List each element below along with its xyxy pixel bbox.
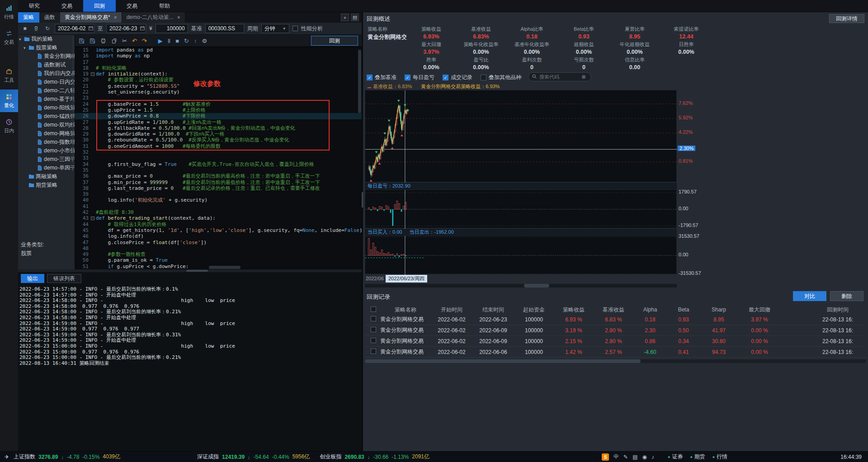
rail-item-交易[interactable]: 交易 — [0, 26, 18, 49]
tree-item[interactable]: 黄金分割网格 — [18, 52, 75, 61]
period-select[interactable]: 分钟 ▼ — [261, 24, 289, 33]
settings-gear-icon[interactable]: ⚙ — [202, 38, 207, 44]
code-editor[interactable]: 15import pandas as pd16import numpy as n… — [75, 47, 362, 269]
row-checkbox[interactable] — [367, 338, 380, 344]
step-icon[interactable]: ↑ — [194, 38, 197, 44]
left-tab-策略[interactable]: 策略 — [18, 12, 39, 23]
redo-icon[interactable]: ↷ — [142, 38, 147, 44]
refresh-icon[interactable]: ↻ — [43, 24, 52, 33]
stop-icon[interactable]: ■ — [175, 38, 179, 44]
output-tab-错误列表[interactable]: 错误列表 — [47, 274, 81, 283]
sound-icon[interactable]: ♪ — [651, 454, 654, 460]
keyboard-icon[interactable]: ▤ — [632, 454, 637, 460]
clear-search-icon[interactable]: ⊗ — [581, 74, 586, 80]
checkbox-每日盈亏[interactable]: ✓每日盈亏 — [405, 74, 434, 81]
trash-icon[interactable] — [32, 24, 40, 33]
restart-icon[interactable]: ↻ — [184, 38, 189, 44]
benchmark-input[interactable]: 000300.SS — [205, 24, 244, 33]
compare-button[interactable]: 对比 — [793, 291, 826, 301]
fold-marker-icon[interactable]: − — [90, 71, 95, 77]
select-all-checkbox[interactable] — [367, 306, 380, 313]
search-input[interactable] — [539, 74, 579, 80]
tree-item[interactable]: demo-二八轮 — [18, 86, 75, 95]
close-icon[interactable]: × — [114, 14, 117, 21]
menu-item-帮助[interactable]: 帮助 — [148, 0, 181, 12]
checkbox-叠加基准[interactable]: ✓叠加基准 — [367, 74, 396, 81]
fold-marker-icon[interactable]: − — [90, 215, 95, 221]
chinese-mode-icon[interactable]: 中 — [613, 453, 619, 461]
delete-button[interactable]: 删除 — [830, 291, 863, 301]
undo-icon[interactable]: ↶ — [132, 38, 137, 44]
close-icon[interactable]: × — [177, 14, 180, 21]
record-icon[interactable]: ◉ — [642, 454, 646, 460]
tree-item[interactable]: demo-网格策 — [18, 129, 75, 138]
tree-root[interactable]: ▾我的策略 — [18, 35, 75, 43]
table-row[interactable]: 黄金分割网格交易2022-06-022022-06-061000001.42 %… — [365, 347, 866, 358]
editor-tab[interactable]: 黄金分割网格交易*× — [60, 12, 122, 23]
tree-item[interactable]: demo-双均线 — [18, 121, 75, 129]
calendar-icon[interactable] — [140, 25, 145, 32]
date-to-input[interactable]: 2022-06-23 — [106, 24, 146, 33]
tree-item[interactable]: demo-日内交 — [18, 78, 75, 86]
expand-arrow-icon[interactable]: ▾ — [19, 37, 23, 42]
tab-list-button[interactable]: ▤ — [351, 14, 359, 21]
table-row[interactable]: 黄金分割网格交易2022-06-022022-06-091000002.15 %… — [365, 336, 866, 347]
left-tab-函数[interactable]: 函数 — [39, 12, 61, 23]
output-tab-输出[interactable]: 输出 — [21, 274, 44, 283]
daily-pnl-chart[interactable] — [365, 189, 677, 228]
calendar-icon[interactable] — [88, 25, 94, 32]
rail-item-日内[interactable]: 日内 — [0, 115, 18, 137]
row-checkbox[interactable] — [367, 349, 380, 355]
checkbox-成交记录[interactable]: ✓成交记录 — [443, 74, 472, 81]
tree-scrollbar[interactable] — [72, 36, 74, 171]
return-chart[interactable] — [365, 90, 677, 182]
row-checkbox[interactable] — [367, 316, 380, 323]
menu-item-交易[interactable]: 交易 — [116, 0, 148, 12]
rail-item-量化[interactable]: 量化 — [0, 90, 18, 112]
table-row[interactable]: 黄金分割网格交易2022-06-022022-06-231000006.93 %… — [365, 314, 866, 325]
chart-scrollbar[interactable] — [365, 284, 677, 288]
run-backtest-button[interactable]: 回测 — [311, 36, 358, 46]
symbol-search[interactable]: ⊗ — [528, 72, 591, 81]
save-all-icon[interactable] — [90, 38, 95, 44]
tree-item[interactable]: demo-猛跌弹 — [18, 112, 75, 121]
rail-item-行情[interactable]: 行情 — [0, 1, 18, 24]
tree-item[interactable]: demo-小市值 — [18, 146, 75, 155]
table-row[interactable]: 黄金分割网格交易2022-06-022022-06-091000003.19 %… — [365, 325, 866, 336]
checkbox-叠加其他品种[interactable]: 叠加其他品种 — [481, 74, 521, 81]
menu-item-研究[interactable]: 研究 — [18, 0, 51, 12]
tree-item[interactable]: demo-基于均 — [18, 95, 75, 104]
capital-input[interactable]: 100000 — [156, 24, 188, 33]
editor-tab[interactable]: demo-二八轮动策...× — [122, 12, 185, 23]
expand-arrow-icon[interactable]: ▾ — [24, 46, 27, 50]
daily-trade-chart[interactable] — [365, 236, 677, 274]
date-from-input[interactable]: 2022-06-02 — [55, 24, 94, 33]
records-table-scrollbar[interactable] — [365, 359, 866, 363]
tree-group-期货策略[interactable]: 期货策略 — [18, 181, 75, 189]
tree-item[interactable]: 函数测试 — [18, 61, 75, 69]
cut-icon[interactable]: ✂ — [122, 38, 127, 44]
tree-item[interactable]: demo-指数增 — [18, 138, 75, 146]
save-icon[interactable] — [79, 38, 85, 44]
editor-hscrollbar[interactable] — [96, 266, 358, 269]
pause-icon[interactable]: Ⅱ — [168, 38, 170, 44]
tree-group-股票策略[interactable]: ▾股票策略 — [18, 43, 75, 52]
backtest-detail-button[interactable]: 回测详情 — [829, 14, 864, 23]
new-tab-button[interactable]: + — [341, 14, 349, 21]
tree-item[interactable]: 我的日内交易 — [18, 69, 75, 78]
menu-item-回测[interactable]: 回测 — [83, 0, 116, 12]
copy-icon[interactable] — [111, 38, 117, 44]
pen-icon[interactable]: ✎ — [623, 454, 628, 460]
tree-group-两融策略[interactable]: 两融策略 — [18, 172, 75, 181]
perf-checkbox[interactable] — [292, 26, 298, 31]
print-icon[interactable] — [100, 38, 106, 44]
tree-item[interactable]: demo-单因子 — [18, 164, 75, 172]
sogou-input-icon[interactable]: S — [602, 453, 609, 461]
run-icon[interactable]: ▶ — [158, 38, 163, 44]
tree-item[interactable]: demo-阳线策 — [18, 104, 75, 112]
tree-item[interactable]: demo-三因子 — [18, 155, 75, 164]
rail-item-工具[interactable]: 工具 — [0, 64, 18, 87]
row-checkbox[interactable] — [367, 327, 380, 334]
editor-vscrollbar[interactable] — [358, 49, 361, 266]
stop-small-icon[interactable]: ■ — [21, 24, 29, 33]
